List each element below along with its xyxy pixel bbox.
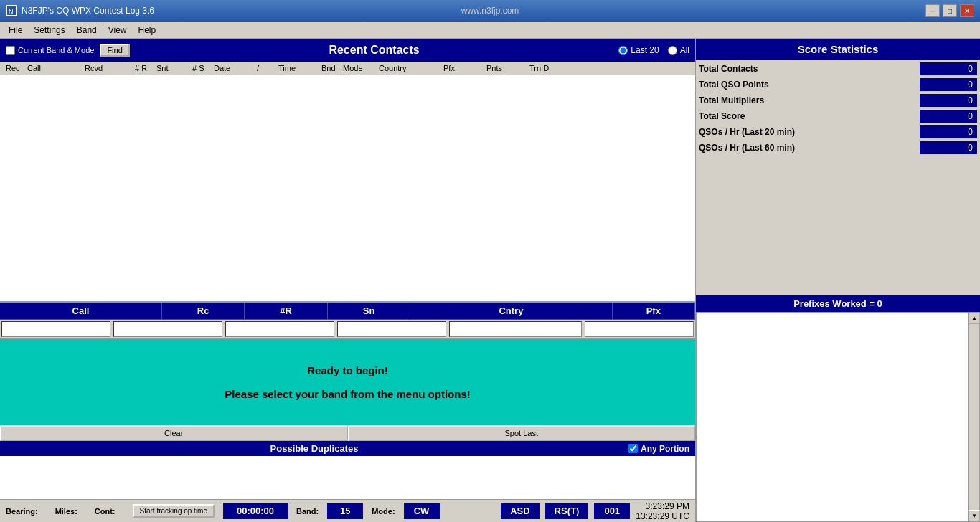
band-mode-label: Current Band & Mode bbox=[18, 46, 94, 54]
all-option[interactable]: All bbox=[668, 45, 689, 55]
band-mode-checkbox[interactable] bbox=[6, 46, 15, 55]
col-rcvd: Rcvd bbox=[82, 63, 132, 73]
clear-button[interactable]: Clear bbox=[0, 425, 348, 441]
menu-settings[interactable]: Settings bbox=[28, 24, 70, 37]
prefixes-header: Prefixes Worked = 0 bbox=[696, 295, 980, 312]
status-bar: Bearing: Miles: Cont: Start tracking op … bbox=[0, 499, 695, 522]
score-row-3: Total Score 0 bbox=[699, 110, 977, 123]
title-bar-controls: ─ □ ✕ bbox=[925, 4, 974, 17]
score-value-1: 0 bbox=[920, 78, 977, 91]
score-label-5: QSOs / Hr (Last 60 min) bbox=[699, 143, 917, 153]
title-bar-left: N N3FJP's CQ WPX Contest Log 3.6 bbox=[6, 5, 154, 16]
col-time: Time bbox=[275, 63, 319, 73]
close-button[interactable]: ✕ bbox=[960, 4, 974, 17]
prefixes-area: ▲ ▼ bbox=[696, 312, 980, 523]
col-snt: Snt bbox=[154, 63, 189, 73]
menu-bar: File Settings Band View Help bbox=[0, 22, 980, 39]
score-row-2: Total Multipliers 0 bbox=[699, 94, 977, 107]
entry-hdr-sn: Sn bbox=[328, 303, 410, 319]
possible-duplicates-bar: Possible Duplicates Any Portion bbox=[0, 441, 695, 456]
cntry-input[interactable] bbox=[449, 321, 582, 337]
maximize-button[interactable]: □ bbox=[943, 4, 957, 17]
score-label-3: Total Score bbox=[699, 111, 917, 121]
score-header: Score Statistics bbox=[696, 39, 980, 60]
timer-display: 00:00:00 bbox=[223, 503, 288, 519]
left-panel: Current Band & Mode Find Recent Contacts… bbox=[0, 39, 696, 522]
ready-text-1: Ready to begin! bbox=[307, 364, 388, 376]
col-headers: Rec Call Rcvd # R Snt # S Date / Time Bn… bbox=[0, 62, 695, 75]
all-radio[interactable] bbox=[668, 46, 677, 55]
score-value-2: 0 bbox=[920, 94, 977, 107]
col-rec: Rec bbox=[3, 63, 24, 73]
col-pfx: Pfx bbox=[440, 63, 484, 73]
score-value-0: 0 bbox=[920, 62, 977, 75]
sn-input[interactable] bbox=[337, 321, 446, 337]
col-s: # S bbox=[189, 63, 211, 73]
r-input[interactable] bbox=[225, 321, 334, 337]
band-mode-check: Current Band & Mode bbox=[6, 46, 94, 55]
menu-view[interactable]: View bbox=[103, 24, 133, 37]
prefixes-panel: Prefixes Worked = 0 ▲ ▼ bbox=[696, 295, 980, 523]
score-value-3: 0 bbox=[920, 110, 977, 123]
score-table: Total Contacts 0 Total QSO Points 0 Tota… bbox=[696, 60, 980, 293]
score-row-5: QSOs / Hr (Last 60 min) 0 bbox=[699, 141, 977, 154]
bearing-label: Bearing: bbox=[6, 507, 38, 516]
col-call: Call bbox=[24, 63, 82, 73]
poss-dup-label: Possible Duplicates bbox=[6, 443, 623, 454]
score-row-1: Total QSO Points 0 bbox=[699, 78, 977, 91]
band-label: Band: bbox=[296, 507, 319, 516]
score-value-4: 0 bbox=[920, 125, 977, 138]
action-buttons: Clear Spot Last bbox=[0, 425, 695, 441]
dup-area bbox=[0, 456, 695, 499]
score-label-0: Total Contacts bbox=[699, 64, 917, 74]
scroll-up-btn[interactable]: ▲ bbox=[969, 313, 980, 324]
pfx-input[interactable] bbox=[585, 321, 694, 337]
mode-label: Mode: bbox=[372, 507, 395, 516]
button-asd[interactable]: ASD bbox=[501, 503, 539, 519]
entry-hdr-r: #R bbox=[245, 303, 327, 319]
any-portion-label[interactable]: Any Portion bbox=[628, 444, 689, 454]
score-label-2: Total Multipliers bbox=[699, 95, 917, 105]
miles-label: Miles: bbox=[55, 507, 77, 516]
radio-group: Last 20 All bbox=[618, 45, 689, 55]
call-input[interactable] bbox=[1, 321, 110, 337]
score-label-4: QSOs / Hr (Last 20 min) bbox=[699, 127, 917, 137]
track-button[interactable]: Start tracking op time bbox=[133, 504, 215, 518]
score-row-4: QSOs / Hr (Last 20 min) 0 bbox=[699, 125, 977, 138]
title-bar-text: N3FJP's CQ WPX Contest Log 3.6 bbox=[22, 6, 154, 16]
score-label-1: Total QSO Points bbox=[699, 80, 917, 90]
col-r: # R bbox=[132, 63, 154, 73]
prefixes-scrollbar[interactable]: ▲ ▼ bbox=[968, 313, 979, 522]
rc-input[interactable] bbox=[113, 321, 222, 337]
score-row-0: Total Contacts 0 bbox=[699, 62, 977, 75]
bottom-area: Call Rc #R Sn Cntry Pfx Ready to begin! … bbox=[0, 303, 695, 499]
mode-value: CW bbox=[404, 503, 440, 519]
scroll-down-btn[interactable]: ▼ bbox=[969, 510, 980, 521]
last20-option[interactable]: Last 20 bbox=[618, 45, 659, 55]
spot-last-button[interactable]: Spot Last bbox=[348, 425, 696, 441]
col-country: Country bbox=[376, 63, 440, 73]
last20-radio[interactable] bbox=[618, 46, 628, 55]
col-trnid: TrnID bbox=[527, 63, 570, 73]
entry-hdr-cntry: Cntry bbox=[410, 303, 612, 319]
ready-area: Ready to begin! Please select your band … bbox=[0, 339, 695, 425]
title-bar-url: www.n3fjp.com bbox=[461, 6, 519, 16]
menu-band[interactable]: Band bbox=[71, 24, 103, 37]
recent-contacts-title: Recent Contacts bbox=[136, 44, 613, 57]
minimize-button[interactable]: ─ bbox=[925, 4, 940, 17]
local-time: 3:23:29 PM bbox=[636, 501, 689, 511]
menu-help[interactable]: Help bbox=[133, 24, 162, 37]
last20-label: Last 20 bbox=[631, 45, 659, 55]
all-label: All bbox=[680, 45, 689, 55]
ready-text-2: Please select your band from the menu op… bbox=[225, 388, 471, 400]
menu-file[interactable]: File bbox=[3, 24, 28, 37]
col-date: Date bbox=[211, 63, 254, 73]
any-portion-checkbox[interactable] bbox=[628, 444, 638, 453]
entry-hdr-rc: Rc bbox=[162, 303, 245, 319]
entry-hdr-call: Call bbox=[0, 303, 162, 319]
entry-row: Call Rc #R Sn Cntry Pfx bbox=[0, 303, 695, 320]
score-value-5: 0 bbox=[920, 141, 977, 154]
button-001[interactable]: 001 bbox=[594, 503, 630, 519]
find-button[interactable]: Find bbox=[100, 44, 129, 57]
button-rst[interactable]: RS(T) bbox=[545, 503, 589, 519]
